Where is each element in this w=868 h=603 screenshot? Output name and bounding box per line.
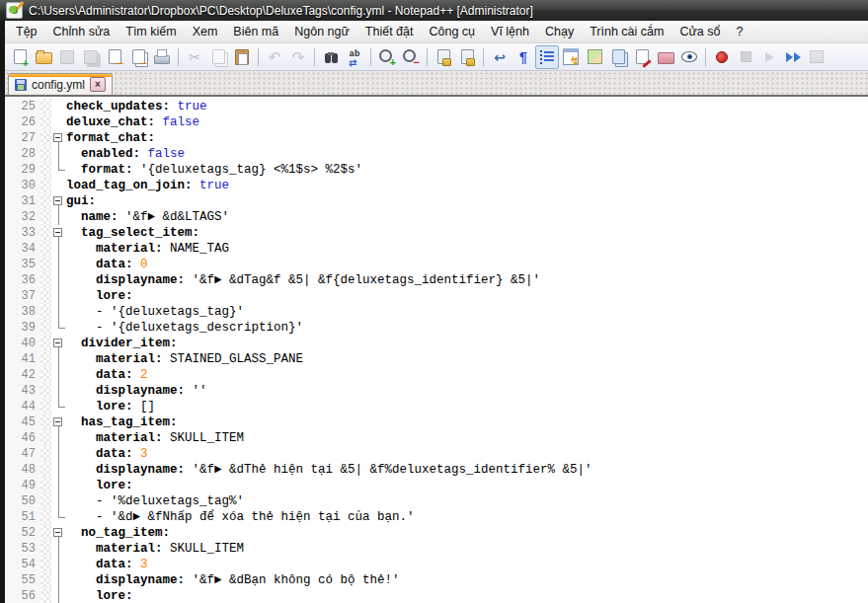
paste-icon[interactable]	[230, 45, 254, 69]
menu-item-12[interactable]: Cửa sổ	[671, 22, 728, 41]
line-number[interactable]: 48	[5, 462, 40, 478]
bookmark-margin[interactable]	[40, 588, 51, 603]
line-number[interactable]: 29	[5, 162, 40, 178]
line-number[interactable]: 37	[5, 288, 40, 304]
code-text[interactable]: divider_item:	[66, 336, 178, 351]
fold-collapse-button[interactable]	[51, 525, 66, 541]
code-text[interactable]: - '%deluxetags_tag%'	[66, 493, 244, 509]
replace-icon[interactable]	[343, 45, 366, 69]
new-file-icon[interactable]	[8, 45, 32, 69]
bookmark-margin[interactable]	[40, 257, 51, 272]
line-number[interactable]: 35	[5, 257, 40, 272]
line-number[interactable]: 47	[5, 446, 40, 462]
code-text[interactable]: material: SKULL_ITEM	[66, 430, 244, 446]
line-number[interactable]: 31	[5, 193, 40, 209]
line-number[interactable]: 38	[5, 304, 40, 320]
bookmark-margin[interactable]	[40, 367, 51, 383]
line-number[interactable]: 43	[5, 383, 40, 399]
code-text[interactable]: displayname: '&f► &dTag&f &5| &f{deluxet…	[66, 272, 540, 288]
zoom-in-icon[interactable]	[375, 45, 399, 69]
print-icon[interactable]	[150, 45, 174, 69]
line-number[interactable]: 56	[5, 588, 40, 603]
bookmark-margin[interactable]	[40, 572, 51, 588]
bookmark-margin[interactable]	[40, 99, 51, 114]
bookmark-margin[interactable]	[40, 399, 51, 415]
bookmark-margin[interactable]	[40, 288, 51, 304]
code-text[interactable]: data: 2	[66, 367, 148, 383]
line-number[interactable]: 30	[5, 178, 40, 193]
bookmark-margin[interactable]	[40, 241, 51, 257]
line-number[interactable]: 33	[5, 225, 40, 241]
menu-item-3[interactable]: Tìm kiếm	[118, 22, 184, 41]
menu-item-6[interactable]: Ngôn ngữ	[286, 22, 357, 41]
line-number[interactable]: 52	[5, 525, 40, 541]
macro-run-multiple-icon[interactable]	[781, 45, 805, 69]
title-bar[interactable]: C:\Users\Administrator\Dropbox\PC\Deskto…	[0, 0, 868, 21]
line-number[interactable]: 44	[5, 399, 40, 415]
save-all-icon[interactable]	[79, 45, 103, 69]
redo-icon[interactable]	[286, 45, 310, 69]
menu-item-7[interactable]: Thiết đặt	[357, 22, 422, 41]
bookmark-margin[interactable]	[40, 351, 51, 367]
menu-item-2[interactable]: Chỉnh sửa	[45, 22, 118, 41]
find-icon[interactable]	[319, 45, 343, 69]
code-text[interactable]: check_updates: true	[66, 99, 207, 114]
menu-item-5[interactable]: Biên mã	[225, 22, 286, 41]
bookmark-margin[interactable]	[40, 446, 51, 462]
code-text[interactable]: lore:	[66, 588, 133, 603]
bookmark-margin[interactable]	[40, 225, 51, 241]
sync-horizontal-icon[interactable]	[455, 45, 479, 69]
document-map-icon[interactable]	[583, 45, 606, 69]
code-text[interactable]: tag_select_item:	[66, 225, 199, 241]
bookmark-margin[interactable]	[40, 162, 51, 178]
bookmark-margin[interactable]	[40, 114, 51, 130]
line-number[interactable]: 25	[5, 99, 40, 114]
line-number[interactable]: 26	[5, 114, 40, 130]
line-number[interactable]: 53	[5, 541, 40, 557]
code-text[interactable]: data: 3	[66, 446, 148, 462]
line-number[interactable]: 46	[5, 430, 40, 446]
code-text[interactable]: - '&d► &fNhấp để xóa thẻ hiện tại của bạ…	[66, 509, 415, 525]
code-text[interactable]: format: '{deluxetags_tag} <%1$s> %2$s'	[66, 162, 362, 178]
line-number[interactable]: 55	[5, 572, 40, 588]
cut-icon[interactable]	[183, 45, 206, 69]
fold-collapse-button[interactable]	[51, 225, 66, 241]
code-text[interactable]: format_chat:	[66, 130, 155, 146]
macro-save-icon[interactable]	[805, 45, 829, 69]
fold-collapse-button[interactable]	[51, 336, 66, 351]
bookmark-margin[interactable]	[40, 557, 51, 572]
bookmark-margin[interactable]	[40, 493, 51, 509]
doc-switcher-icon[interactable]	[606, 45, 630, 69]
code-text[interactable]: material: SKULL_ITEM	[66, 541, 244, 557]
code-editor[interactable]: 25check_updates: true26deluxe_chat: fals…	[5, 97, 868, 603]
code-text[interactable]: lore:	[66, 478, 133, 493]
code-text[interactable]: displayname: '&f► &dBạn không có bộ thẻ!…	[66, 572, 400, 588]
line-number[interactable]: 40	[5, 336, 40, 351]
line-number[interactable]: 45	[5, 415, 40, 430]
line-number[interactable]: 41	[5, 351, 40, 367]
fold-collapse-button[interactable]	[51, 130, 66, 146]
code-text[interactable]: name: '&f► &d&LTAGS'	[66, 209, 229, 225]
copy-icon[interactable]	[206, 45, 230, 69]
bookmark-margin[interactable]	[40, 193, 51, 209]
bookmark-margin[interactable]	[40, 415, 51, 430]
fold-collapse-button[interactable]	[51, 415, 66, 430]
line-number[interactable]: 36	[5, 272, 40, 288]
line-number[interactable]: 34	[5, 241, 40, 257]
code-text[interactable]: deluxe_chat: false	[66, 114, 199, 130]
close-all-icon[interactable]	[126, 45, 150, 69]
code-text[interactable]: has_tag_item:	[66, 415, 178, 430]
line-number[interactable]: 51	[5, 509, 40, 525]
code-text[interactable]: no_tag_item:	[66, 525, 170, 541]
code-text[interactable]: displayname: ''	[66, 383, 207, 399]
code-text[interactable]: gui:	[66, 193, 96, 209]
zoom-out-icon[interactable]	[399, 45, 423, 69]
code-text[interactable]: displayname: '&f► &dThẻ hiện tại &5| &f%…	[66, 462, 592, 478]
line-number[interactable]: 42	[5, 367, 40, 383]
tab-config-yml[interactable]: config.yml ×	[8, 73, 113, 95]
line-number[interactable]: 27	[5, 130, 40, 146]
bookmark-margin[interactable]	[40, 146, 51, 162]
macro-record-icon[interactable]	[710, 45, 734, 69]
menu-item-9[interactable]: Vĩ lệnh	[483, 22, 537, 41]
open-folder-icon[interactable]	[32, 45, 55, 69]
